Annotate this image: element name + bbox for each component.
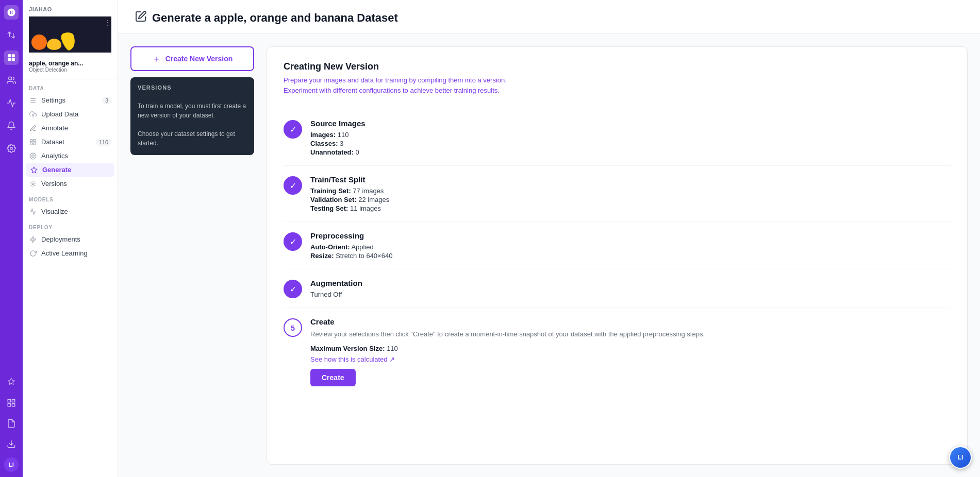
notification-icon[interactable] (4, 118, 19, 133)
workspace-label: JIAHAO (29, 6, 111, 12)
team-icon[interactable] (4, 73, 19, 88)
annotate-nav-icon (29, 125, 37, 132)
generate-header-icon (135, 10, 147, 25)
creating-title: Creating New Version (284, 61, 951, 72)
dataset-label: Dataset (41, 138, 64, 146)
step-5-name: Create (310, 317, 951, 326)
calc-link[interactable]: See how this is calculated ↗ (310, 355, 395, 363)
step-4-circle: ✓ (284, 280, 302, 298)
step-create: 5 Create Review your selections then cli… (284, 308, 951, 396)
step-2-content: Train/Test Split Training Set: 77 images… (310, 175, 951, 212)
svg-marker-23 (30, 236, 36, 243)
create-button[interactable]: Create (310, 369, 356, 386)
settings-rail-icon[interactable] (4, 141, 19, 156)
step-1-circle: ✓ (284, 120, 302, 139)
user-profile-avatar[interactable]: LI (949, 446, 972, 469)
step-3-content: Preprocessing Auto-Orient: Applied Resiz… (310, 231, 951, 260)
settings-nav-icon (29, 97, 37, 104)
sidebar-item-deployments[interactable]: Deployments (23, 232, 118, 246)
analytics-nav-icon (29, 152, 37, 160)
svg-rect-17 (30, 143, 32, 145)
step-2-detail-training: Training Set: 77 images (310, 187, 951, 195)
max-version-info: Maximum Version Size: 110 (310, 345, 951, 352)
svg-rect-16 (34, 139, 36, 141)
step-3-detail-resize: Resize: Stretch to 640×640 (310, 252, 951, 260)
visualize-label: Visualize (41, 208, 68, 215)
page-header: Generate a apple, orange and banana Data… (118, 0, 980, 34)
svg-point-19 (30, 153, 36, 159)
models-section-label: MODELS (23, 191, 118, 205)
sidebar: JIAHAO apple, orange an... Object Detect… (23, 0, 118, 477)
versions-nav-icon (29, 180, 37, 188)
creating-subtitle: Prepare your images and data for trainin… (284, 75, 951, 95)
swap-icon[interactable] (4, 28, 19, 42)
svg-point-20 (32, 155, 35, 157)
logo-icon[interactable] (4, 5, 19, 20)
svg-rect-15 (30, 139, 32, 141)
sidebar-item-versions[interactable]: Versions (23, 177, 118, 191)
step-1-name: Source Images (310, 119, 951, 128)
step-4-name: Augmentation (310, 279, 951, 287)
step-3-circle: ✓ (284, 232, 302, 251)
sidebar-item-annotate[interactable]: Annotate (23, 121, 118, 135)
svg-point-22 (32, 183, 34, 185)
svg-rect-2 (8, 58, 11, 61)
svg-rect-3 (12, 58, 15, 61)
step-2-details: Training Set: 77 images Validation Set: … (310, 187, 951, 212)
icon-rail: LI (0, 0, 23, 477)
sidebar-item-visualize[interactable]: Visualize (23, 205, 118, 218)
settings-label: Settings (41, 96, 65, 104)
main-content: Generate a apple, orange and banana Data… (118, 0, 980, 477)
download-icon[interactable] (4, 437, 19, 451)
sidebar-item-generate[interactable]: Generate (26, 163, 114, 177)
step-2-detail-validation: Validation Set: 22 images (310, 196, 951, 203)
step-3-name: Preprocessing (310, 231, 951, 240)
step-1-details: Images: 110 Classes: 3 Unannotated: 0 (310, 131, 951, 156)
generate-nav-icon (30, 166, 38, 174)
sidebar-top: JIAHAO apple, orange an... Object Detect… (23, 0, 118, 79)
create-version-btn-label: Create New Version (165, 55, 233, 63)
step-2-name: Train/Test Split (310, 175, 951, 184)
right-panel: Creating New Version Prepare your images… (267, 46, 968, 465)
active-learning-label: Active Learning (41, 249, 88, 257)
step-train-test: ✓ Train/Test Split Training Set: 77 imag… (284, 166, 951, 222)
dataset-rail-icon[interactable] (4, 50, 19, 65)
user-initials: LI (950, 447, 971, 468)
document-icon[interactable] (4, 416, 19, 431)
create-version-button[interactable]: ＋ Create New Version (130, 46, 254, 71)
step-2-circle: ✓ (284, 176, 302, 195)
deployments-label: Deployments (41, 235, 80, 243)
generate-label: Generate (42, 166, 71, 174)
sidebar-item-dataset[interactable]: Dataset 110 (23, 135, 118, 149)
sidebar-item-upload[interactable]: Upload Data (23, 107, 118, 121)
grid-icon[interactable] (4, 396, 19, 410)
versions-help-text-2: Choose your dataset settings to get star… (138, 129, 247, 148)
step-5-description: Review your selections then click "Creat… (310, 329, 951, 339)
project-thumbnail (29, 16, 111, 53)
svg-rect-7 (12, 399, 15, 402)
versions-help-text-1: To train a model, you must first create … (138, 101, 247, 120)
rocket-icon[interactable] (4, 375, 19, 389)
analytics-rail-icon[interactable] (4, 96, 19, 110)
sidebar-item-analytics[interactable]: Analytics (23, 149, 118, 163)
svg-rect-6 (8, 399, 10, 402)
deployments-nav-icon (29, 236, 37, 243)
active-learning-nav-icon (29, 250, 37, 257)
step-1-detail-images: Images: 110 (310, 131, 951, 139)
annotate-label: Annotate (41, 124, 68, 132)
data-section-label: DATA (23, 79, 118, 93)
sidebar-item-settings[interactable]: Settings 3 (23, 93, 118, 107)
more-options-icon[interactable]: ⋮ (104, 19, 111, 27)
visualize-nav-icon (29, 208, 37, 215)
versions-label: Versions (41, 180, 67, 188)
upload-label: Upload Data (41, 110, 78, 118)
sidebar-item-active-learning[interactable]: Active Learning (23, 246, 118, 260)
step-5-number: 5 (291, 323, 295, 332)
upload-nav-icon (29, 111, 37, 118)
versions-panel-label: VERSIONS (138, 84, 247, 95)
dataset-nav-icon (29, 139, 37, 146)
step-1-detail-unannotated: Unannotated: 0 (310, 148, 951, 156)
svg-marker-21 (31, 167, 37, 173)
step-3-details: Auto-Orient: Applied Resize: Stretch to … (310, 243, 951, 260)
user-avatar[interactable]: LI (4, 457, 19, 472)
